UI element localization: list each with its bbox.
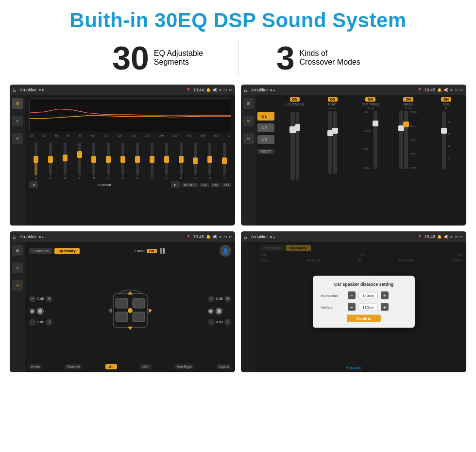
page-wrapper: Buith-in 30EQ DSP Sound System 30 EQ Adj… (0, 0, 476, 452)
dialog-title: Car speaker distance setting (321, 282, 407, 287)
fader-sidebar: ⊞ ∿ ⇔ (10, 242, 25, 372)
driver-label: Driver (29, 364, 42, 369)
screen3-app-name: Amplifier (20, 234, 37, 239)
cross-col-bass: ON BASS FG 100Hz (390, 97, 426, 224)
cutfreq-label: CUT FREQ (362, 103, 379, 106)
cross-icon3[interactable]: ⇔ (243, 133, 254, 144)
home-icon-4[interactable]: ⌂ (244, 234, 247, 240)
screen3-header: ⌂ Amplifier ■ ● 📍 10:46 🔔📢✕▭↩ (10, 231, 235, 242)
feature1-number: 30 (112, 41, 149, 74)
vert-plus-btn[interactable]: + (381, 303, 389, 311)
eq-slider-5: 0 (88, 142, 100, 179)
eq-next-btn[interactable]: ► (171, 181, 180, 188)
fader-icon2[interactable]: ∿ (12, 262, 23, 273)
vertical-label: Vertical (321, 305, 345, 309)
screen2-header: ⌂ Amplifier ■ ● 📍 10:45 🔔📢✕▭↩ (241, 85, 466, 95)
fader-icon3[interactable]: ⇔ (12, 280, 23, 291)
eq-graph (29, 98, 231, 132)
cross-sidebar: ⊞ ∿ ⇔ (241, 95, 256, 226)
specialty-tab[interactable]: Specialty (54, 248, 79, 254)
right-minus2-btn[interactable]: − (208, 319, 215, 326)
fader-on-btn[interactable]: ON (147, 249, 157, 253)
screen4-app-name: Amplifier (251, 234, 268, 239)
eq-slider-7: 0 (117, 142, 129, 179)
home-icon-3[interactable]: ⌂ (13, 234, 16, 240)
cross-reset-btn[interactable]: RESET (257, 149, 274, 154)
svg-rect-7 (116, 312, 128, 322)
cross-u1-btn[interactable]: U1 (257, 112, 274, 121)
left-minus2-btn[interactable]: − (29, 319, 36, 326)
eq-u2-btn[interactable]: U2 (211, 183, 220, 187)
eq-sidebar-icon2[interactable]: ∿ (12, 116, 23, 126)
screen-fader: ⌂ Amplifier ■ ● 📍 10:46 🔔📢✕▭↩ ⊞ ∿ ⇔ (10, 231, 235, 372)
common-tab[interactable]: Common (29, 248, 52, 254)
fader-main: Common Specialty Fader ON 👤 (25, 242, 235, 372)
screen1-app-name: Amplifier (20, 87, 37, 92)
svg-marker-10 (128, 291, 133, 295)
right-minus1-btn[interactable]: − (208, 296, 215, 302)
features-row: 30 EQ Adjustable Segments 3 Kinds of Cro… (92, 41, 384, 75)
all-btn[interactable]: All (105, 364, 118, 369)
eq-main: 253240506380100125160200250320400500630 … (25, 95, 235, 226)
screen1-time: 10:44 (193, 87, 204, 92)
left-minus1-btn[interactable]: − (29, 296, 36, 302)
svg-marker-13 (149, 308, 152, 313)
eq-prev-btn[interactable]: ◄ (29, 181, 38, 188)
screen2-header-icons: 🔔📢✕▭↩ (437, 88, 463, 92)
phat-on-btn[interactable]: ON (328, 97, 338, 102)
horiz-minus-btn[interactable]: − (348, 292, 356, 299)
right-plus1-btn[interactable]: + (224, 296, 231, 302)
feature-crossover: 3 Kinds of Crossover Modes (253, 41, 384, 74)
svg-rect-5 (116, 298, 128, 308)
screen2-app-name: Amplifier (251, 87, 268, 92)
seicane-watermark: Seicane (346, 365, 362, 370)
right-db-val2: 0 dB (216, 320, 223, 324)
cutfreq-on-btn[interactable]: ON (365, 97, 375, 102)
eq-sidebar-icon3[interactable]: ⇔ (12, 133, 23, 144)
left-plus1-btn[interactable]: + (46, 296, 52, 302)
right-db-row2: − 0 dB + (208, 319, 231, 326)
car-diagram (99, 284, 162, 337)
fader-right-controls: − 0 dB + ◉◉ − 0 dB + (208, 296, 231, 326)
feature2-text: Kinds of Crossover Modes (299, 49, 360, 67)
eq-reset-btn[interactable]: RESET (182, 183, 198, 187)
bass-on-btn[interactable]: ON (403, 97, 413, 102)
loudness-on-btn[interactable]: ON (290, 97, 300, 102)
screen1-content: ⊞ ∿ ⇔ (10, 95, 235, 226)
fader-icon1[interactable]: ⊞ (12, 245, 23, 256)
horiz-plus-btn[interactable]: + (381, 292, 389, 299)
home-icon-2[interactable]: ⌂ (244, 87, 247, 93)
screen-crossover: ⌂ Amplifier ■ ● 📍 10:45 🔔📢✕▭↩ ⊞ ∿ ⇔ (241, 85, 466, 226)
cross-icon2[interactable]: ∿ (243, 116, 254, 126)
eq-slider-12: -1 (189, 142, 201, 179)
eq-sidebar-icon1[interactable]: ⊞ (12, 98, 23, 109)
feature2-number: 3 (276, 41, 295, 74)
cross-icon1[interactable]: ⊞ (243, 98, 254, 109)
cross-main: U1 U2 U3 RESET ON LOUDNESS (256, 95, 466, 226)
eq-slider-13: 0 (204, 142, 216, 179)
right-db-val1: 0 dB (216, 297, 223, 300)
home-icon[interactable]: ⌂ (13, 87, 16, 93)
eq-u1-btn[interactable]: U1 (200, 183, 209, 187)
rearleft-label: RearLeft (65, 364, 82, 369)
eq-sliders-row: 0 0 0 5 (29, 140, 231, 179)
screen4-header: ⌂ Amplifier ■ ● 📍 10:46 🔔📢✕▭↩ (241, 231, 466, 242)
eq-slider-4: 5 (74, 142, 85, 179)
left-db-row1: − 0 dB + (29, 296, 52, 302)
eq-slider-9: 0 (146, 142, 158, 179)
loudness-label: LOUDNESS (286, 103, 305, 106)
sub-label: SUB (442, 103, 449, 106)
sub-on-btn[interactable]: ON (441, 97, 451, 102)
cross-u2-btn[interactable]: U2 (257, 123, 274, 132)
confirm-button[interactable]: Confirm (347, 315, 381, 322)
user-icon[interactable]: 👤 (220, 245, 231, 257)
right-plus2-btn[interactable]: + (224, 319, 231, 326)
cross-u3-btn[interactable]: U3 (257, 135, 274, 144)
vert-minus-btn[interactable]: − (348, 303, 356, 311)
eq-slider-2: 0 (45, 142, 56, 179)
feature1-text: EQ Adjustable Segments (154, 49, 203, 67)
left-plus2-btn[interactable]: + (46, 319, 52, 326)
cross-col-loudness: ON LOUDNESS (276, 97, 313, 224)
eq-u3-btn[interactable]: U3 (222, 183, 231, 187)
distance-dialog: Car speaker distance setting Horizontal … (313, 276, 415, 328)
